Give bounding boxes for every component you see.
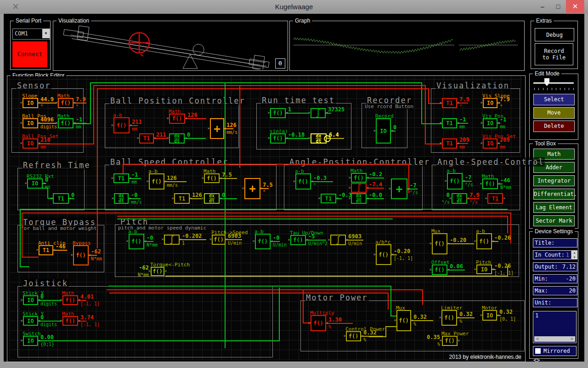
fb-block-stickx-math[interactable]: f()Math4.01[-1, 1]×× (62, 295, 78, 305)
fb-block-p-tau[interactable]: f()Tau Up/Down-5U/min^2×× (290, 235, 306, 245)
fb-block-slope-math[interactable]: f()Math7.9°×× (58, 98, 74, 108)
io-listbox[interactable]: 1 < > (533, 311, 577, 343)
maximize-button[interactable]: □ (550, 0, 566, 13)
fb-block-bypass-f[interactable]: f()Bypass-62N*mm×× (73, 245, 89, 265)
fb-block-switch-io[interactable]: IOSwitch0.00{0;1}×× (23, 336, 38, 346)
fb-block-rtt-sin[interactable]: f()sin(a)-0.18×× (270, 133, 286, 144)
output-field[interactable]: Output: 7.12 (533, 262, 577, 271)
fb-block-mp-mux[interactable]: f()Mux0.32%×× (396, 310, 411, 331)
fb-block-ballposset-io[interactable]: IOBall Pos Set210mm×× (23, 138, 38, 149)
fb-block-p-pio[interactable]: IOPitch-0.26[-1, 1]×× (476, 264, 492, 274)
fb-block-motor-io[interactable]: IOMotor0.32[0, 1]×× (482, 310, 497, 321)
fb-block-vis-pos-io[interactable]: IOVis Pos-1mm×× (483, 118, 498, 128)
fb-block-vis-slope-io[interactable]: IOVis Slope7.9°×× (483, 98, 498, 108)
fb-block-bsc-t1b[interactable]: T1126×× (174, 193, 190, 204)
mirrored-row[interactable]: Mirrored <> (533, 346, 577, 356)
fb-block-p-ab3[interactable]: f()a-b-0.26×× (476, 233, 492, 249)
unit-field[interactable]: Unit: (533, 298, 577, 307)
in-count-spinner[interactable]: ▲▼ (571, 250, 577, 259)
fb-block-apc-ab[interactable]: f()a-b-0.3°×× (295, 173, 311, 190)
fb-block-sticky-io[interactable]: IOStick Y0digits×× (23, 316, 38, 326)
select-button[interactable]: Select (533, 94, 575, 105)
fb-block-bsc-math[interactable]: f()Math7.5×× (204, 173, 220, 183)
fb-block-bsc-t1[interactable]: T1-1mm×× (113, 173, 129, 183)
fb-block-apc-int[interactable]: ∫-7.4×× (351, 183, 367, 193)
fb-block-apc-ddt[interactable]: dxdt-0.0×× (351, 193, 367, 204)
edit-mode-slider-handle[interactable] (544, 78, 549, 86)
fb-block-p-ab[interactable]: f()a-b-0N*mm×× (129, 234, 144, 249)
fb-block-apc-math[interactable]: f()Math-0.2×× (351, 173, 367, 183)
fb-block-bsc-add[interactable]: +7.5°×× (244, 178, 260, 199)
edit-mode-slider-track[interactable] (533, 82, 574, 84)
max-field[interactable]: Max: 20 (533, 286, 577, 295)
fb-block-sticky-math[interactable]: f()Math3.74[-1, 1]×× (62, 316, 78, 326)
fb-block-bpc-ddt[interactable]: dxdt0×× (169, 133, 185, 144)
fb-block-bpc-math[interactable]: f()Math126×× (169, 114, 185, 124)
connect-button[interactable]: Connect (12, 41, 47, 67)
fb-block-vis-t1-pos[interactable]: T1-1mm×× (442, 118, 457, 128)
fb-block-maxpwr-f[interactable]: f()Max Power0.35%×× (442, 336, 458, 346)
horizontal-scrollbar[interactable]: < > (534, 336, 575, 342)
fb-block-p-tp[interactable]: f()Torque<-Pitch-62N*mm×× (151, 267, 164, 276)
fb-block-bpc-add[interactable]: +126mm/s×× (210, 118, 224, 139)
fb-block-ballpos-io[interactable]: IOBall Pos4096digits×× (23, 118, 38, 128)
close-button[interactable]: ✕ (566, 0, 584, 13)
list-item[interactable]: 1 (533, 311, 576, 320)
fb-block-p-int[interactable]: ∫-0.2021×× (164, 235, 180, 245)
port-mark-icon: × (268, 110, 270, 115)
tool-integrator-button[interactable]: Integrator (533, 175, 575, 186)
fb-block-p-offset[interactable]: f()Offset0.06×× (432, 264, 447, 275)
fb-block-p-int2[interactable]: ∫6903U/min×× (330, 235, 346, 245)
fb-block-asc-ab[interactable]: f()a-b-7°/s×× (447, 173, 463, 190)
fb-block-rtt-int[interactable]: ∫37325×× (311, 108, 326, 118)
in-count-field[interactable]: In Count: 1 ▲▼ (533, 250, 577, 259)
fb-block-rs232-io[interactable]: IORS232 Rxt0ms×× (27, 178, 43, 189)
fb-block-p-abc[interactable]: f()a/b*c-0.20[-1, 1]×× (376, 244, 391, 265)
fb-block-asc-math[interactable]: f()Math-46N*mm×× (482, 178, 498, 189)
fb-block-ctrlpwr-f[interactable]: f()Control Power0.32%×× (346, 331, 361, 341)
minimize-button[interactable]: – (535, 0, 550, 13)
min-field[interactable]: Min: -20 (533, 274, 577, 283)
fb-block-rtt-f[interactable]: f()1×× (270, 108, 286, 118)
block-label: Record (375, 113, 394, 119)
fb-block-p-ab2[interactable]: f()a-b-0U/min×× (255, 234, 271, 249)
move-button[interactable]: Move (533, 107, 575, 119)
scroll-right-icon[interactable]: > (571, 336, 573, 342)
fb-block-stickx-io[interactable]: IOStick X0digits×× (23, 295, 38, 305)
fb-block-asc-ddt[interactable]: dxdt7.9°/s0°/s×× (452, 193, 467, 204)
fb-block-p-mux[interactable]: f()Mux-0.20×× (432, 233, 447, 254)
fb-block-bpc-t1[interactable]: T1211×× (139, 133, 154, 144)
mirrored-checkbox[interactable] (535, 348, 541, 354)
chevron-down-icon[interactable]: ▼ (42, 29, 50, 38)
fb-block-bpc-ab[interactable]: f()a-b211mm×× (113, 117, 130, 133)
tool-lag-element-button[interactable]: Lag Element (533, 202, 575, 213)
fb-block-slope-io[interactable]: IOSlope44.9°×× (23, 98, 38, 108)
port-mark-icon: × (457, 315, 459, 320)
fb-block-bsc-ab[interactable]: f()a-b126mm/s×× (149, 173, 164, 190)
editor-canvas[interactable]: SensorBall Position ControllerRun time t… (9, 76, 522, 360)
title-field[interactable]: Title: (533, 238, 577, 247)
fb-block-anticlip-t1[interactable]: T1Anti clip-46×× (39, 245, 53, 255)
fb-block-bsc-ddt[interactable]: dxdt-0mm/s×× (114, 193, 129, 204)
tool-sector-mark-button[interactable]: Sector Mark (533, 215, 575, 226)
fb-block-bsc-ddtb[interactable]: dxdt0×× (204, 193, 220, 204)
fb-block-ballpos-math[interactable]: f()Math-1mm×× (58, 118, 74, 128)
debug-button[interactable]: Debug (535, 28, 574, 41)
fb-block-apc-t1[interactable]: T1-0.3×× (321, 194, 336, 203)
fb-block-rt-t1[interactable]: T10×× (53, 193, 69, 204)
delete-button[interactable]: Delete (533, 121, 575, 132)
scroll-left-icon[interactable]: < (536, 336, 539, 342)
fb-block-vis-t1-slope[interactable]: T17.9°×× (442, 98, 457, 108)
record-to-file-button[interactable]: Record to File (535, 43, 573, 65)
fb-block-p-ps[interactable]: f()Pitch->Speed6903U/min×× (212, 235, 226, 245)
fb-block-limiter-f[interactable]: f()Limiter0.32%×× (441, 310, 457, 326)
fb-block-asc-t1[interactable]: T1×× (487, 193, 503, 204)
fb-block-record-io[interactable]: IORecord0×× (376, 118, 391, 144)
fb-block-apc-add[interactable]: +-7°/s×× (391, 178, 407, 199)
fb-block-rtt-ddt[interactable]: dxdt6.4×× (311, 133, 327, 144)
fb-block-multiply-f[interactable]: f()Multiply1.30%×× (311, 315, 326, 331)
tool-differentiator-button[interactable]: Differentiat. (533, 189, 575, 200)
fb-block-vis-set-io[interactable]: IOVis Pos Set209mm×× (483, 138, 498, 149)
com-port-select[interactable]: COM1 ▼ (12, 29, 50, 40)
fb-block-vis-t1-set[interactable]: T1209mm×× (442, 138, 457, 149)
